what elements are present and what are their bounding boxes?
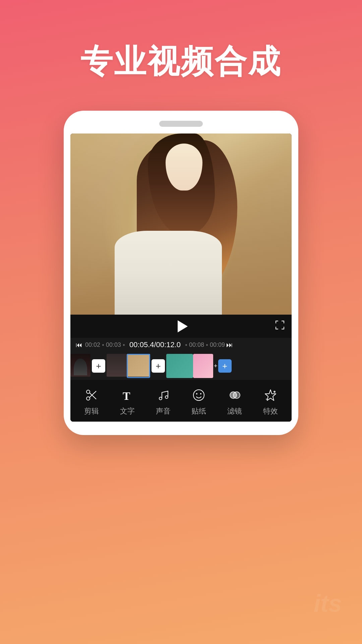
add-clip-button-2[interactable]: + xyxy=(152,359,165,373)
tool-label-scissors: 剪辑 xyxy=(84,406,99,416)
phone-screen: ⏮ 00:02 00:03 00:05.4/00:12.0 00:08 00:0… xyxy=(70,133,292,422)
clip-thumb-2 xyxy=(107,354,127,377)
timeline-start-icon: ⏮ xyxy=(76,341,82,349)
tool-label-audio: 声音 xyxy=(156,406,171,416)
timeline-end-icon: ⏭ xyxy=(226,341,233,349)
svg-point-15 xyxy=(193,390,204,400)
tool-sticker[interactable]: 贴纸 xyxy=(190,387,207,416)
clip-item-2[interactable] xyxy=(107,354,127,378)
time-marker-1: 00:02 xyxy=(85,341,100,348)
svg-point-19 xyxy=(233,392,240,398)
scissors-icon xyxy=(83,387,100,404)
svg-point-9 xyxy=(86,397,90,400)
tool-audio[interactable]: 声音 xyxy=(155,387,172,416)
svg-point-22 xyxy=(266,398,267,400)
svg-rect-7 xyxy=(284,327,284,329)
svg-point-13 xyxy=(159,397,162,400)
add-clip-button-1[interactable]: + xyxy=(92,359,105,373)
tool-scissors[interactable]: 剪辑 xyxy=(83,387,100,416)
svg-point-21 xyxy=(274,391,276,393)
clip-item-4[interactable] xyxy=(166,354,193,378)
svg-line-10 xyxy=(89,393,96,399)
clip-thumb-1 xyxy=(70,354,90,377)
sticker-icon xyxy=(190,387,207,404)
watermark-text: its xyxy=(314,590,342,617)
svg-point-17 xyxy=(200,393,201,394)
play-center xyxy=(90,320,275,332)
main-title: 专业视频合成 xyxy=(0,40,362,84)
filter-icon xyxy=(226,387,243,404)
svg-text:T: T xyxy=(123,390,130,402)
tool-label-text: 文字 xyxy=(120,406,135,416)
phone-speaker xyxy=(159,121,203,127)
clips-row[interactable]: + + + xyxy=(70,352,292,380)
svg-rect-1 xyxy=(276,321,276,323)
svg-line-11 xyxy=(89,391,96,397)
svg-point-8 xyxy=(86,390,90,393)
clip-thumb-3 xyxy=(127,354,150,377)
tool-fx[interactable]: 特效 xyxy=(262,387,279,416)
video-preview xyxy=(70,133,292,315)
music-icon xyxy=(155,387,172,404)
timeline-bar: ⏮ 00:02 00:03 00:05.4/00:12.0 00:08 00:0… xyxy=(70,338,292,352)
controls-bar xyxy=(70,315,292,338)
svg-rect-3 xyxy=(284,321,284,323)
video-content xyxy=(70,133,292,315)
fullscreen-button[interactable] xyxy=(275,320,285,332)
toolbar: 剪辑 T 文字 xyxy=(70,380,292,422)
add-clip-button-final[interactable]: + xyxy=(218,359,232,373)
fx-icon xyxy=(262,387,279,404)
clip-thumb-5 xyxy=(193,354,213,378)
clip-item-3[interactable] xyxy=(127,354,150,378)
clip-thumb-4 xyxy=(166,354,193,378)
clip-item-5[interactable] xyxy=(193,354,213,378)
time-marker-4: 00:09 xyxy=(210,341,225,348)
text-icon: T xyxy=(119,387,136,404)
time-marker-3: 00:08 xyxy=(189,341,204,348)
tool-label-sticker: 贴纸 xyxy=(191,406,206,416)
title-area: 专业视频合成 xyxy=(0,0,362,84)
tool-text[interactable]: T 文字 xyxy=(119,387,136,416)
clip-item-1[interactable] xyxy=(70,354,90,378)
tool-filter[interactable]: 滤镜 xyxy=(226,387,243,416)
app-background: 专业视频合成 xyxy=(0,0,362,644)
tool-label-fx: 特效 xyxy=(263,406,278,416)
time-marker-2: 00:03 xyxy=(106,341,121,348)
current-time-display: 00:05.4/00:12.0 xyxy=(129,340,181,349)
tool-label-filter: 滤镜 xyxy=(227,406,242,416)
svg-point-14 xyxy=(165,396,168,398)
play-button[interactable] xyxy=(178,320,188,332)
svg-point-16 xyxy=(196,393,197,394)
phone-mockup: ⏮ 00:02 00:03 00:05.4/00:12.0 00:08 00:0… xyxy=(64,111,298,435)
svg-rect-5 xyxy=(276,327,276,329)
